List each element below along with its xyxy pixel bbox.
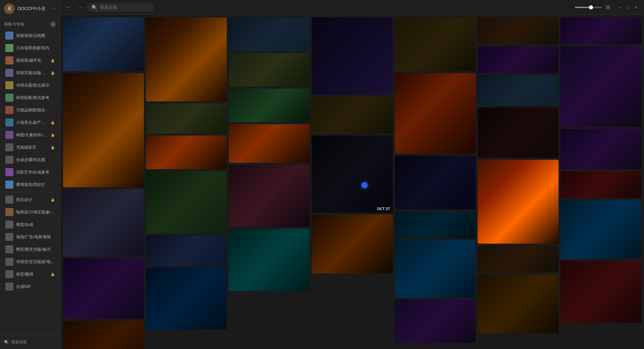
- back-button[interactable]: ←: [66, 4, 72, 11]
- gallery-item[interactable]: [63, 258, 144, 319]
- masonry-col-1: [146, 17, 227, 349]
- sidebar-item-icon-13: [5, 196, 13, 204]
- sidebar-item-5[interactable]: 材质贴图/形式参考: [1, 92, 59, 104]
- close-button[interactable]: ×: [633, 4, 639, 11]
- sidebar-item-9[interactable]: 无线端首页 🔒: [1, 141, 59, 153]
- gallery-image: [312, 17, 392, 95]
- sidebar-item-0[interactable]: 排版海报/点线图: [1, 30, 59, 42]
- gallery-item[interactable]: [395, 240, 476, 297]
- sidebar-item-14[interactable]: 电商设计/淘宝装修/...: [1, 206, 59, 218]
- gallery-item[interactable]: [395, 156, 476, 209]
- gallery-item[interactable]: [146, 267, 227, 330]
- sidebar-add-button[interactable]: +: [50, 21, 56, 27]
- sidebar-item-20[interactable]: 合成GIF: [1, 281, 59, 293]
- sidebar-item-16[interactable]: 海报/广告/电影海报: [1, 231, 59, 243]
- gallery-item[interactable]: [63, 321, 144, 349]
- gallery-image: [63, 17, 144, 71]
- gallery-item[interactable]: [63, 17, 144, 71]
- gallery-item[interactable]: [478, 275, 558, 333]
- sidebar-item-icon-6: [5, 106, 13, 114]
- zoom-slider[interactable]: [575, 7, 602, 8]
- gallery-item[interactable]: [560, 129, 641, 169]
- sidebar-item-8[interactable]: 构图/元素排布/... 🔒: [1, 129, 59, 141]
- sidebar-item-2[interactable]: 剪纸风/扁平化 🔒: [1, 54, 59, 66]
- gallery-item[interactable]: [229, 124, 310, 163]
- gallery-item[interactable]: [312, 17, 392, 95]
- masonry-col-2: [229, 17, 310, 349]
- gallery-item[interactable]: OCT 27: [312, 136, 392, 213]
- gallery-item[interactable]: [63, 189, 144, 256]
- sidebar-item-15[interactable]: 视觉/合成: [1, 218, 59, 231]
- sidebar-item-label-5: 材质贴图/形式参考: [16, 95, 55, 101]
- sidebar-item-7[interactable]: 小场景合成/产品... 🔒: [1, 116, 59, 129]
- gallery-item[interactable]: [229, 17, 310, 51]
- maximize-button[interactable]: □: [625, 4, 630, 11]
- gallery-item[interactable]: [560, 171, 641, 198]
- gallery-item[interactable]: [146, 103, 227, 134]
- sidebar-item-icon-0: [5, 32, 13, 40]
- sidebar-more-icon[interactable]: ···: [52, 6, 56, 12]
- gallery-item[interactable]: [395, 73, 476, 154]
- gallery-image: [560, 200, 641, 259]
- gallery-item[interactable]: [478, 246, 558, 272]
- sidebar-item-10[interactable]: 合成步骤/对比图: [1, 154, 59, 166]
- gallery-item[interactable]: [229, 165, 310, 227]
- sidebar-item-icon-18: [5, 258, 13, 266]
- gallery-item[interactable]: [146, 17, 227, 101]
- gallery-item[interactable]: [312, 97, 392, 134]
- sidebar-item-17[interactable]: 网页/图文排版/板式: [1, 243, 59, 255]
- sidebar-item-icon-12: [5, 181, 13, 189]
- gallery-item[interactable]: [560, 17, 641, 44]
- gallery-item[interactable]: [229, 53, 310, 87]
- sidebar: 丑 OOCCFF/小丑 ··· 画板与专辑 + 排版海报/点线图 几何场景搭建/…: [0, 0, 60, 349]
- sidebar-item-18[interactable]: 详情页/宝贝描述/电...: [1, 256, 59, 268]
- sidebar-item-label-9: 无线端首页: [16, 145, 48, 150]
- gallery-item[interactable]: [560, 261, 641, 323]
- sidebar-item-label-18: 详情页/宝贝描述/电...: [16, 259, 55, 265]
- sidebar-item-4[interactable]: 详情头图/卖点展示: [1, 79, 59, 91]
- sidebar-item-label-0: 排版海报/点线图: [16, 33, 55, 39]
- gallery-item[interactable]: [146, 136, 227, 169]
- sidebar-search-button[interactable]: 🔍 搜索画板: [4, 338, 56, 346]
- sidebar-item-label-16: 海报/广告/电影海报: [16, 234, 55, 240]
- gallery-item[interactable]: [560, 46, 641, 127]
- gallery-item[interactable]: [146, 235, 227, 265]
- sidebar-item-icon-15: [5, 220, 13, 229]
- gallery-item[interactable]: [478, 107, 558, 158]
- sidebar-username: OOCCFF/小丑: [17, 6, 49, 12]
- gallery-item[interactable]: [478, 46, 558, 73]
- gallery-item[interactable]: [395, 211, 476, 238]
- gallery-image: [63, 258, 144, 319]
- gallery-item[interactable]: [478, 75, 558, 105]
- search-input[interactable]: [100, 5, 147, 10]
- sidebar-item-label-10: 合成步骤/对比图: [16, 157, 55, 163]
- gallery-item[interactable]: [395, 17, 476, 71]
- sidebar-item-12[interactable]: 赛博朋克/霓虹灯: [1, 179, 59, 191]
- search-box[interactable]: 🔍: [87, 3, 154, 12]
- gallery-item[interactable]: [478, 160, 558, 244]
- gallery-item[interactable]: [229, 89, 310, 122]
- gallery-item[interactable]: [312, 215, 392, 273]
- sidebar-item-11[interactable]: 光影艺术/合成参考: [1, 166, 59, 178]
- sidebar-item-19[interactable]: 创意/脑洞 🔒: [1, 268, 59, 280]
- gallery-item[interactable]: [560, 200, 641, 259]
- gallery-item[interactable]: [395, 299, 476, 343]
- lock-icon: 🔒: [51, 272, 55, 276]
- sidebar-item-13[interactable]: 前沿设计 🔒: [1, 194, 59, 206]
- sidebar-item-label-13: 前沿设计: [16, 197, 48, 203]
- topbar-more-button[interactable]: ···: [78, 4, 83, 10]
- gallery-item[interactable]: [63, 73, 144, 187]
- sidebar-item-icon-7: [5, 118, 13, 127]
- sidebar-item-6[interactable]: 天猫品牌图/猫头: [1, 104, 59, 116]
- gallery-image: [395, 240, 476, 297]
- gallery-item[interactable]: [146, 171, 227, 233]
- sidebar-header: 丑 OOCCFF/小丑 ···: [0, 0, 60, 18]
- grid-view-button[interactable]: ⊞: [606, 4, 610, 10]
- gallery-item[interactable]: [478, 17, 558, 44]
- sidebar-item-label-8: 构图/元素排布/...: [16, 132, 48, 138]
- sidebar-item-label-1: 几何场景搭建/室内: [16, 45, 55, 51]
- sidebar-item-3[interactable]: 详情页规划/版式... 🔒: [1, 67, 59, 79]
- gallery-item[interactable]: [229, 229, 310, 291]
- minimize-button[interactable]: −: [617, 4, 622, 11]
- sidebar-item-1[interactable]: 几何场景搭建/室内: [1, 42, 59, 54]
